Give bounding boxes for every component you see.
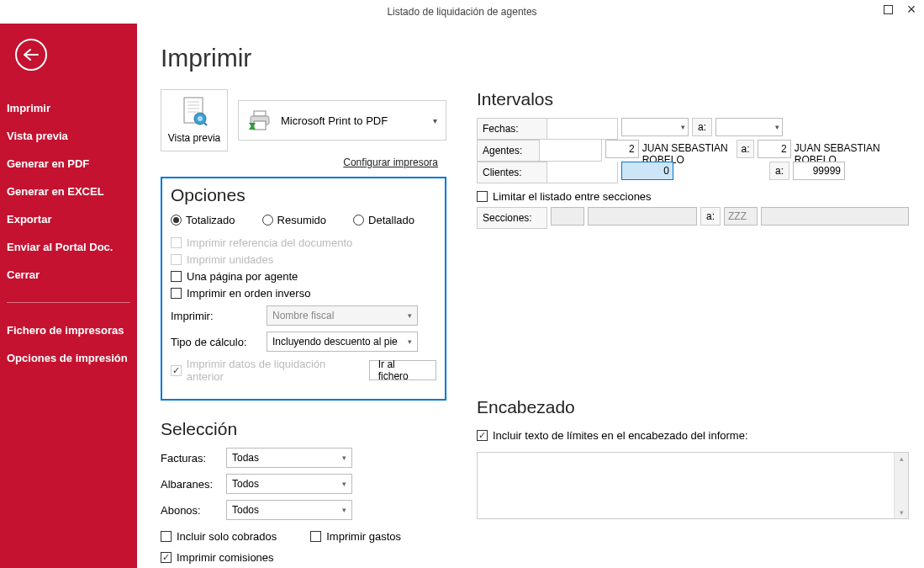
titlebar: Listado de liquidación de agentes × xyxy=(0,0,924,24)
a-label-3: a: xyxy=(769,162,789,180)
check-referencia: Imprimir referencia del documento xyxy=(171,236,436,249)
imprimir-label: Imprimir: xyxy=(171,310,260,322)
clientes-to-input[interactable] xyxy=(793,162,845,180)
albaranes-select[interactable]: Todos▾ xyxy=(226,474,352,494)
tipo-calculo-select[interactable]: Incluyendo descuento al pie▾ xyxy=(267,332,418,352)
svg-point-7 xyxy=(198,116,203,121)
seleccion-heading: Selección xyxy=(161,419,446,439)
svg-rect-9 xyxy=(254,111,266,116)
maximize-button[interactable] xyxy=(882,3,894,15)
secciones-to-name xyxy=(761,207,909,226)
ir-al-fichero-button[interactable]: Ir al fichero xyxy=(369,360,436,380)
check-incluir-limites[interactable]: Incluir texto de límites en el encabezad… xyxy=(477,429,909,442)
check-limitar-secciones[interactable]: Limitar el listado entre secciones xyxy=(477,190,909,203)
window-title: Listado de liquidación de agentes xyxy=(387,6,536,18)
agentes-to-input[interactable] xyxy=(758,140,791,158)
printer-name: Microsoft Print to PDF xyxy=(281,114,388,127)
svg-line-8 xyxy=(204,123,207,125)
secciones-to-code xyxy=(724,207,758,226)
check-unidades: Imprimir unidades xyxy=(171,253,436,266)
check-imprimir-comisiones[interactable]: Imprimir comisiones xyxy=(161,551,446,564)
sidebar-item-exportar[interactable]: Exportar xyxy=(0,205,137,233)
window-controls: × xyxy=(882,3,917,15)
sidebar-item-portal[interactable]: Enviar al Portal Doc. xyxy=(0,233,137,261)
check-imprimir-gastos[interactable]: Imprimir gastos xyxy=(310,530,401,543)
tipo-calculo-label: Tipo de cálculo: xyxy=(171,336,260,348)
intervalos-heading: Intervalos xyxy=(477,89,909,109)
scrollbar[interactable]: ▴ ▾ xyxy=(894,453,908,518)
agentes-to-name: JUAN SEBASTIAN ROBELO xyxy=(791,140,909,162)
albaranes-label: Albaranes: xyxy=(161,478,219,491)
page-title: Imprimir xyxy=(161,44,446,72)
configure-printer-link[interactable]: Configurar impresora xyxy=(161,157,438,168)
sidebar-separator xyxy=(7,302,130,303)
sidebar-item-pdf[interactable]: Generar en PDF xyxy=(0,150,137,178)
scroll-up-icon: ▴ xyxy=(900,454,904,463)
sidebar-item-cerrar[interactable]: Cerrar xyxy=(0,261,137,289)
facturas-label: Facturas: xyxy=(161,452,219,464)
a-label-4: a: xyxy=(700,207,721,226)
secciones-from-code xyxy=(551,207,584,226)
sidebar-item-fichero[interactable]: Fichero de impresoras xyxy=(0,316,137,344)
vista-previa-label: Vista previa xyxy=(168,132,220,144)
back-button[interactable] xyxy=(15,39,47,71)
options-heading: Opciones xyxy=(171,185,436,205)
close-button[interactable]: × xyxy=(906,3,917,15)
main-content: Imprimir Vista previa xyxy=(137,24,924,568)
encabezado-textarea[interactable]: ▴ ▾ xyxy=(477,452,909,519)
abonos-select[interactable]: Todos▾ xyxy=(226,500,352,520)
check-solo-cobrados[interactable]: Incluir solo cobrados xyxy=(161,530,277,543)
scroll-down-icon: ▾ xyxy=(900,508,904,517)
printer-selector[interactable]: Microsoft Print to PDF ▾ xyxy=(238,100,446,141)
sidebar-item-vista-previa[interactable]: Vista previa xyxy=(0,122,137,150)
imprimir-select: Nombre fiscal▾ xyxy=(267,305,418,326)
document-preview-icon xyxy=(181,97,208,129)
svg-rect-0 xyxy=(884,5,892,13)
vista-previa-button[interactable]: Vista previa xyxy=(161,89,228,151)
chevron-down-icon: ▾ xyxy=(433,116,437,125)
a-label-1: a: xyxy=(692,118,712,136)
facturas-select[interactable]: Todas▾ xyxy=(226,448,352,468)
svg-rect-11 xyxy=(254,121,266,130)
fechas-label: Fechas: xyxy=(477,118,547,140)
a-label-2: a: xyxy=(737,140,754,158)
radio-detallado[interactable]: Detallado xyxy=(353,214,414,226)
sidebar-item-opciones[interactable]: Opciones de impresión xyxy=(0,344,137,372)
secciones-from-name xyxy=(588,207,697,226)
radio-resumido[interactable]: Resumido xyxy=(262,214,327,226)
check-orden-inverso[interactable]: Imprimir en orden inverso xyxy=(171,287,436,300)
sidebar-item-imprimir[interactable]: Imprimir xyxy=(0,94,137,122)
abonos-label: Abonos: xyxy=(161,504,219,517)
sidebar-item-excel[interactable]: Generar en EXCEL xyxy=(0,178,137,205)
check-liquidacion-anterior: Imprimir datos de liquidación anterior xyxy=(171,358,362,383)
options-panel: Opciones Totalizado Resumido Detallado I… xyxy=(161,177,446,401)
secciones-label: Secciones: xyxy=(477,207,547,229)
fecha-from-select[interactable]: ▾ xyxy=(621,118,689,136)
agentes-from-input[interactable] xyxy=(605,140,639,158)
clientes-label: Clientes: xyxy=(477,162,547,183)
encabezado-heading: Encabezado xyxy=(477,397,909,417)
printer-icon xyxy=(247,109,272,131)
clientes-from-input[interactable] xyxy=(621,162,673,180)
check-pagina-agente[interactable]: Una página por agente xyxy=(171,270,436,283)
fecha-to-select[interactable]: ▾ xyxy=(715,118,783,136)
agentes-label: Agentes: xyxy=(477,140,540,162)
radio-totalizado[interactable]: Totalizado xyxy=(171,214,235,226)
agentes-from-name: JUAN SEBASTIAN ROBELO xyxy=(639,140,737,162)
sidebar: Imprimir Vista previa Generar en PDF Gen… xyxy=(0,24,137,568)
